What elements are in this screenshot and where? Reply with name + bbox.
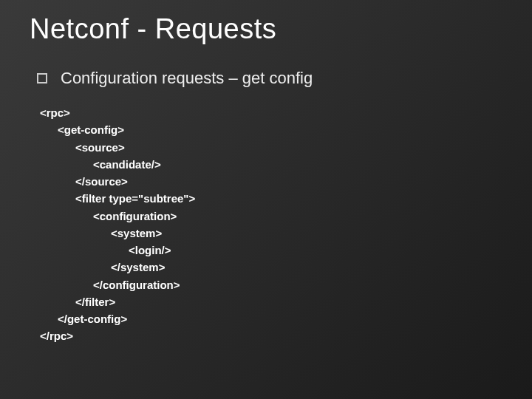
code-line: </source> (40, 173, 510, 190)
code-line: </configuration> (40, 276, 510, 293)
code-line: <system> (40, 225, 510, 242)
code-line: <get-config> (40, 121, 510, 138)
code-line: <source> (40, 139, 510, 156)
slide-title: Netconf - Requests (30, 13, 510, 45)
bullet-text: Configuration requests – get config (61, 69, 313, 88)
code-line: </system> (40, 259, 510, 276)
code-line: <filter type="subtree"> (40, 190, 510, 207)
code-line: <login/> (40, 242, 510, 259)
code-line: <rpc> (40, 104, 510, 121)
code-line: </get-config> (40, 310, 510, 327)
code-line: <candidate/> (40, 156, 510, 173)
bullet-item: Configuration requests – get config (37, 69, 510, 88)
code-line: </rpc> (40, 327, 510, 344)
code-line: </filter> (40, 293, 510, 310)
bullet-square-icon (37, 73, 47, 83)
code-line: <configuration> (40, 208, 510, 225)
code-block: <rpc> <get-config> <source> <candidate/>… (40, 104, 510, 345)
slide-container: Netconf - Requests Configuration request… (0, 0, 532, 367)
